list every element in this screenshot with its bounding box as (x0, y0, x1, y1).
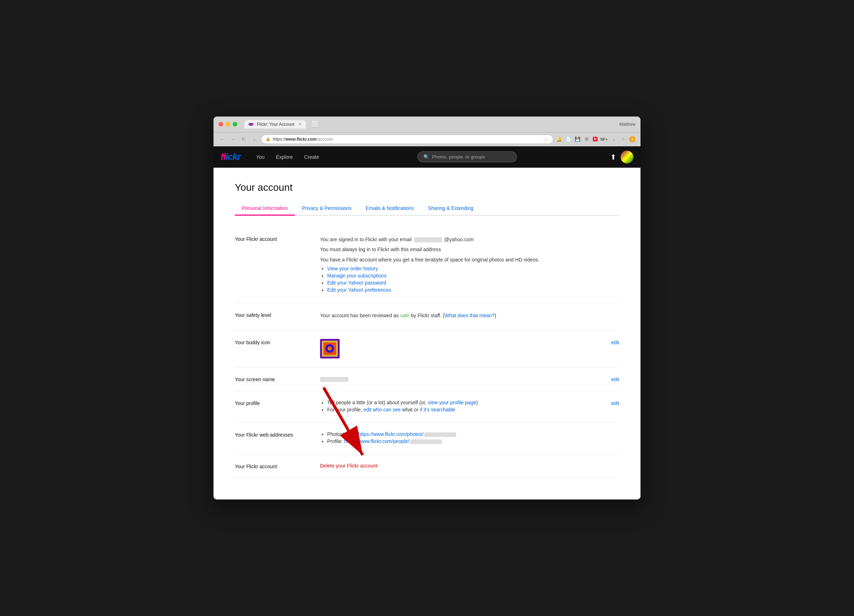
nav-link-explore[interactable]: Explore (271, 151, 298, 163)
extension-icon-1[interactable]: 🔔 (556, 136, 562, 142)
flickr-navbar: flickr You Explore Create 🔍 Photos, peop… (214, 146, 640, 168)
buddy-icon-image (320, 339, 340, 358)
home-button[interactable]: ⌂ (250, 135, 258, 143)
tab-sharing-extending[interactable]: Sharing & Extending (421, 202, 480, 216)
profile-username-masked (410, 439, 442, 444)
list-item: Profile: https://www.flickr.com/people/ (327, 438, 591, 444)
edit-yahoo-password-link[interactable]: Edit your Yahoo! password (327, 280, 386, 286)
traffic-lights (218, 122, 237, 127)
extension-icon-2[interactable]: 📄 (565, 136, 572, 142)
nav-icons: 🔔 📄 💾 ⚙ N NF+ ↓ ○ ! (556, 136, 636, 142)
browser-username: Matthew (619, 122, 636, 127)
user-avatar[interactable] (621, 151, 633, 163)
list-item: Photostream: https://www.flickr.com/phot… (327, 431, 591, 437)
safety-safe-text: safe (400, 313, 409, 318)
extension-icon-3[interactable]: 💾 (575, 136, 581, 142)
screen-name-content (320, 376, 591, 381)
nav-link-you[interactable]: You (251, 151, 270, 163)
flickr-account-content: You are signed in to Flickr with your em… (320, 236, 591, 294)
browser-window: Flickr: Your Account ✕ ⬜ Matthew ← → ↻ ⌂… (214, 116, 640, 500)
search-bar[interactable]: 🔍 Photos, people, or groups (418, 151, 517, 162)
safety-level-section: Your safety level Your account has been … (235, 303, 619, 330)
order-history-link[interactable]: View your order history (327, 266, 378, 271)
ssl-icon: 🔒 (266, 137, 271, 142)
address-bar[interactable]: 🔒 https://www.flickr.com/account ☆ (261, 135, 553, 144)
browser-tab[interactable]: Flickr: Your Account ✕ (244, 120, 306, 129)
profile-content: Tell people a little (or a lot) about yo… (320, 399, 591, 414)
flickr-search: 🔍 Photos, people, or groups (324, 151, 610, 162)
netflix-icon[interactable]: N (593, 137, 598, 142)
browser-nav: ← → ↻ ⌂ 🔒 https://www.flickr.com/account… (214, 133, 640, 146)
flickr-nav-right: ⬆ (610, 151, 633, 163)
extension-icon-6[interactable]: ○ (620, 136, 626, 142)
flickr-nav-links: You Explore Create (251, 151, 324, 163)
page-title: Your account (235, 182, 619, 193)
delete-account-label: Your Flickr account (235, 463, 313, 469)
edit-who-can-see-link[interactable]: edit who can see (363, 407, 401, 412)
edit-yahoo-prefs-link[interactable]: Edit your Yahoo! preferences (327, 287, 391, 293)
tab-emails-notifications[interactable]: Emails & Notifications (358, 202, 421, 216)
buddy-icon-label: Your buddy icon (235, 339, 313, 345)
searchable-link[interactable]: if it's searchable (420, 407, 455, 412)
web-addresses-section: Your Flickr web addresses Photostream: h… (235, 423, 619, 454)
screen-name-value (320, 377, 349, 382)
web-addresses-content: Photostream: https://www.flickr.com/phot… (320, 431, 591, 445)
search-icon: 🔍 (424, 154, 429, 160)
buddy-icon-content (320, 339, 591, 358)
safety-level-label: Your safety level (235, 311, 313, 318)
login-line: You must always log in to Flickr with th… (320, 245, 591, 253)
reload-button[interactable]: ↻ (240, 135, 248, 143)
flickr-account-label: Your Flickr account (235, 236, 313, 242)
browser-titlebar: Flickr: Your Account ✕ ⬜ Matthew (214, 116, 640, 133)
safety-text: Your account has been reviewed as safe b… (320, 311, 591, 319)
delete-account-link[interactable]: Delete your Flickr account (320, 463, 378, 468)
tab-personal-information[interactable]: Personal Information (235, 202, 295, 216)
upload-icon[interactable]: ⬆ (610, 153, 616, 161)
avatar-image (621, 151, 633, 163)
delete-account-section: Your Flickr account Delete your Flickr a… (235, 454, 619, 478)
manage-subscriptions-link[interactable]: Manage your subscriptions (327, 273, 386, 279)
flickr-logo: flickr (221, 151, 241, 162)
safety-level-content: Your account has been reviewed as safe b… (320, 311, 591, 322)
list-item: Edit your Yahoo! password (327, 280, 591, 286)
screen-name-edit[interactable]: edit (598, 376, 619, 382)
nav-link-create[interactable]: Create (299, 151, 324, 163)
profile-section: Your profile Tell people a little (or a … (235, 391, 619, 423)
nf-icon[interactable]: NF+ (600, 137, 608, 142)
photostream-url-link[interactable]: https://www.flickr.com/photos/ (358, 431, 424, 437)
tab-title: Flickr: Your Account (257, 122, 294, 127)
list-item: Edit your Yahoo! preferences (327, 287, 591, 293)
photostream-username-masked (424, 432, 456, 437)
minimize-button[interactable] (226, 122, 230, 127)
tab-close-icon[interactable]: ✕ (298, 122, 302, 127)
fullscreen-button[interactable] (233, 122, 237, 127)
svg-rect-5 (328, 347, 331, 350)
bookmark-icon[interactable]: ☆ (544, 136, 549, 142)
screen-name-label: Your screen name (235, 376, 313, 382)
profile-edit[interactable]: edit (598, 399, 619, 406)
close-button[interactable] (218, 122, 223, 127)
back-button[interactable]: ← (218, 135, 226, 143)
alert-icon[interactable]: ! (629, 136, 636, 142)
profile-list: Tell people a little (or a lot) about yo… (320, 399, 591, 412)
list-item: For your profile, edit who can see what … (327, 407, 591, 412)
email-masked (414, 237, 442, 242)
account-tabs: Personal Information Privacy & Permissio… (235, 202, 619, 216)
address-text: https://www.flickr.com/account (273, 137, 542, 142)
profile-url-link[interactable]: https://www.flickr.com/people/ (344, 438, 409, 444)
buddy-icon-edit[interactable]: edit (598, 339, 619, 345)
what-does-that-mean-link[interactable]: What does that mean? (444, 313, 494, 318)
search-placeholder: Photos, people, or groups (432, 154, 485, 160)
web-addresses-label: Your Flickr web addresses (235, 431, 313, 438)
flickr-account-section: Your Flickr account You are signed in to… (235, 227, 619, 303)
account-desc-line: You have a Flickr account where you get … (320, 256, 591, 264)
new-tab-button[interactable]: ⬜ (311, 120, 319, 128)
list-item: Manage your subscriptions (327, 273, 591, 279)
extension-icon-4[interactable]: ⚙ (584, 136, 590, 142)
tab-privacy-permissions[interactable]: Privacy & Permissions (295, 202, 358, 216)
list-item: View your order history (327, 266, 591, 271)
account-links-list: View your order history Manage your subs… (320, 266, 591, 293)
forward-button[interactable]: → (229, 135, 237, 143)
view-profile-page-link[interactable]: view your profile page (428, 399, 476, 406)
extension-icon-5[interactable]: ↓ (611, 136, 617, 142)
